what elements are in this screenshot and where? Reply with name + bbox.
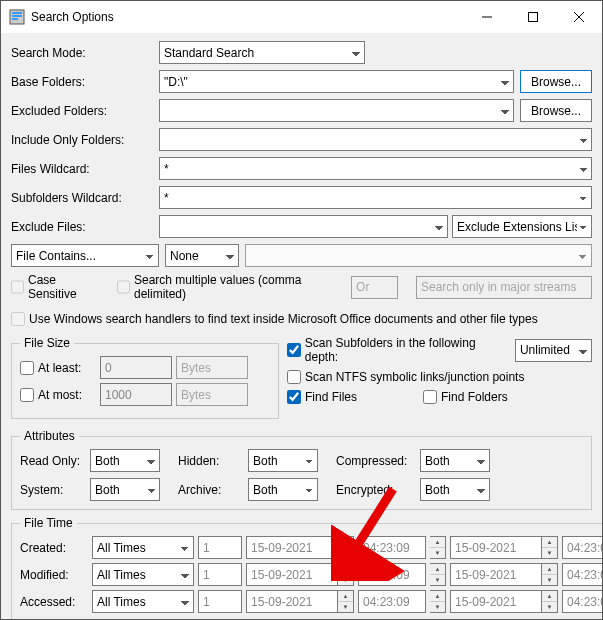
accessed-mode[interactable]: All Times xyxy=(92,590,194,613)
spinner-icon[interactable]: ▲▼ xyxy=(542,563,558,586)
exclude-files-combo[interactable] xyxy=(159,215,448,238)
readonly-select[interactable]: Both xyxy=(90,449,160,472)
minimize-button[interactable] xyxy=(464,1,510,33)
files-wildcard-combo[interactable]: * xyxy=(159,157,592,180)
maximize-button[interactable] xyxy=(510,1,556,33)
file-time-legend: File Time xyxy=(20,516,77,530)
svg-rect-5 xyxy=(529,13,538,22)
spinner-icon[interactable]: ▲▼ xyxy=(430,536,446,559)
spinner-icon[interactable]: ▲▼ xyxy=(430,590,446,613)
encoding-select[interactable]: None xyxy=(165,244,239,267)
readonly-label: Read Only: xyxy=(20,454,90,468)
modified-mode[interactable]: All Times xyxy=(92,563,194,586)
modified-date1[interactable] xyxy=(246,563,338,586)
spinner-icon[interactable]: ▲▼ xyxy=(338,563,354,586)
base-folders-combo[interactable]: "D:\" xyxy=(159,70,514,93)
at-most-unit[interactable]: Bytes xyxy=(176,383,248,406)
search-mode-select[interactable]: Standard Search xyxy=(159,41,365,64)
scan-subfolders-check[interactable]: Scan Subfolders in the following depth: xyxy=(287,336,509,364)
archive-label: Archive: xyxy=(178,483,248,497)
file-time-group: File Time Created: All Times ▲▼ ▲▼ ▲▼ ▲▼… xyxy=(11,516,603,620)
created-label: Created: xyxy=(20,541,92,555)
browse-excluded-button[interactable]: Browse... xyxy=(520,99,592,122)
created-time1[interactable] xyxy=(358,536,426,559)
compressed-label: Compressed: xyxy=(336,454,420,468)
exclude-ext-list-select[interactable]: Exclude Extensions List xyxy=(452,215,592,238)
attributes-legend: Attributes xyxy=(20,429,79,443)
search-multiple-check[interactable]: Search multiple values (comma delimited) xyxy=(117,273,333,301)
file-size-legend: File Size xyxy=(20,336,74,350)
created-date2[interactable] xyxy=(450,536,542,559)
excluded-folders-label: Excluded Folders: xyxy=(11,104,159,118)
at-most-input[interactable] xyxy=(100,383,172,406)
subfolders-wildcard-combo[interactable]: * xyxy=(159,186,592,209)
spinner-icon[interactable]: ▲▼ xyxy=(542,590,558,613)
or-select[interactable]: Or xyxy=(351,276,398,299)
accessed-time2[interactable] xyxy=(562,590,603,613)
svg-rect-1 xyxy=(12,12,22,14)
find-files-check[interactable]: Find Files xyxy=(287,390,357,404)
hidden-label: Hidden: xyxy=(178,454,248,468)
archive-select[interactable]: Both xyxy=(248,478,318,501)
at-most-check[interactable]: At most: xyxy=(20,388,100,402)
modified-time2[interactable] xyxy=(562,563,603,586)
modified-count[interactable] xyxy=(198,563,242,586)
system-select[interactable]: Both xyxy=(90,478,160,501)
spinner-icon[interactable]: ▲▼ xyxy=(338,590,354,613)
at-least-input[interactable] xyxy=(100,356,172,379)
attributes-group: Attributes Read Only: Both Hidden: Both … xyxy=(11,429,592,510)
spinner-icon[interactable]: ▲▼ xyxy=(430,563,446,586)
find-folders-check[interactable]: Find Folders xyxy=(423,390,508,404)
accessed-date2[interactable] xyxy=(450,590,542,613)
exclude-files-label: Exclude Files: xyxy=(11,220,159,234)
case-sensitive-check[interactable]: Case Sensitive xyxy=(11,273,99,301)
svg-rect-3 xyxy=(12,18,18,20)
file-size-group: File Size At least: Bytes At most: Bytes xyxy=(11,336,279,419)
spinner-icon[interactable]: ▲▼ xyxy=(542,536,558,559)
contains-value-combo[interactable] xyxy=(245,244,592,267)
app-icon xyxy=(9,9,25,25)
at-least-check[interactable]: At least: xyxy=(20,361,100,375)
modified-label: Modified: xyxy=(20,568,92,582)
accessed-time1[interactable] xyxy=(358,590,426,613)
files-wildcard-label: Files Wildcard: xyxy=(11,162,159,176)
created-count[interactable] xyxy=(198,536,242,559)
spinner-icon[interactable]: ▲▼ xyxy=(338,536,354,559)
major-streams-select[interactable]: Search only in major streams xyxy=(416,276,592,299)
file-contains-select[interactable]: File Contains... xyxy=(11,244,159,267)
excluded-folders-combo[interactable] xyxy=(159,99,514,122)
svg-rect-2 xyxy=(12,15,22,17)
created-date1[interactable] xyxy=(246,536,338,559)
modified-time1[interactable] xyxy=(358,563,426,586)
search-mode-label: Search Mode: xyxy=(11,46,159,60)
accessed-date1[interactable] xyxy=(246,590,338,613)
subfolders-wildcard-label: Subfolders Wildcard: xyxy=(11,191,159,205)
scan-ntfs-check[interactable]: Scan NTFS symbolic links/junction points xyxy=(287,370,592,384)
at-least-unit[interactable]: Bytes xyxy=(176,356,248,379)
depth-select[interactable]: Unlimited xyxy=(515,339,592,362)
created-time2[interactable] xyxy=(562,536,603,559)
title-bar: Search Options xyxy=(1,1,602,33)
include-only-label: Include Only Folders: xyxy=(11,133,159,147)
accessed-label: Accessed: xyxy=(20,595,92,609)
base-folders-label: Base Folders: xyxy=(11,75,159,89)
encrypted-select[interactable]: Both xyxy=(420,478,490,501)
system-label: System: xyxy=(20,483,90,497)
include-only-combo[interactable] xyxy=(159,128,592,151)
hidden-select[interactable]: Both xyxy=(248,449,318,472)
win-handlers-check[interactable]: Use Windows search handlers to find text… xyxy=(11,312,538,326)
browse-base-button[interactable]: Browse... xyxy=(520,70,592,93)
accessed-count[interactable] xyxy=(198,590,242,613)
modified-date2[interactable] xyxy=(450,563,542,586)
window-title: Search Options xyxy=(31,10,464,24)
close-window-button[interactable] xyxy=(556,1,602,33)
encrypted-label: Encrypted: xyxy=(336,483,420,497)
created-mode[interactable]: All Times xyxy=(92,536,194,559)
compressed-select[interactable]: Both xyxy=(420,449,490,472)
